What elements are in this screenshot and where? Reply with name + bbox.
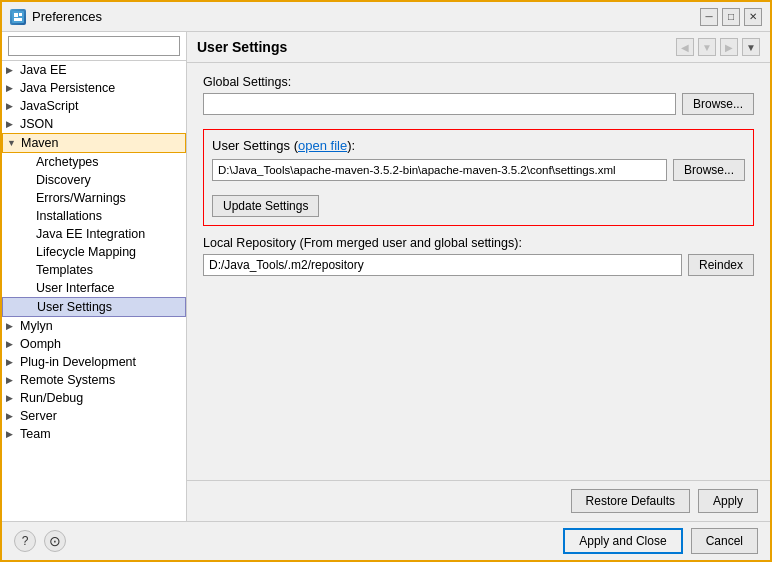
apply-and-close-button[interactable]: Apply and Close (563, 528, 682, 554)
bottom-buttons: Apply and Close Cancel (563, 528, 758, 554)
global-settings-input[interactable] (203, 93, 676, 115)
user-settings-input[interactable] (212, 159, 667, 181)
sidebar-item-team[interactable]: ▶ Team (2, 425, 186, 443)
global-settings-label: Global Settings: (203, 75, 754, 89)
user-settings-label-row: User Settings (open file): (212, 138, 745, 153)
sidebar-item-label: Run/Debug (20, 391, 83, 405)
nav-arrows: ◀ ▼ ▶ ▼ (676, 38, 760, 56)
apply-button[interactable]: Apply (698, 489, 758, 513)
dropdown-button[interactable]: ▼ (698, 38, 716, 56)
restore-defaults-button[interactable]: Restore Defaults (571, 489, 690, 513)
window-icon (10, 9, 26, 25)
sidebar-item-templates[interactable]: Templates (2, 261, 186, 279)
user-settings-label-end: ): (347, 138, 355, 153)
chevron-right-icon: ▶ (6, 101, 20, 111)
sidebar-item-label: Java EE (20, 63, 67, 77)
sidebar-item-maven[interactable]: ▼ Maven (2, 133, 186, 153)
forward-dropdown-button[interactable]: ▼ (742, 38, 760, 56)
sidebar-item-user-settings[interactable]: User Settings (2, 297, 186, 317)
sidebar-item-label: User Settings (37, 300, 112, 314)
sidebar-item-archetypes[interactable]: Archetypes (2, 153, 186, 171)
sidebar-item-errors-warnings[interactable]: Errors/Warnings (2, 189, 186, 207)
user-browse-button[interactable]: Browse... (673, 159, 745, 181)
sidebar-item-label: Plug-in Development (20, 355, 136, 369)
local-repo-input[interactable] (203, 254, 682, 276)
content-body: Global Settings: Browse... User Settings… (187, 63, 770, 480)
sidebar-item-label: Server (20, 409, 57, 423)
title-bar: Preferences ─ □ ✕ (2, 2, 770, 32)
back-button[interactable]: ◀ (676, 38, 694, 56)
sidebar-item-label: JSON (20, 117, 53, 131)
window-body: ▶ Java EE ▶ Java Persistence ▶ JavaScrip… (2, 32, 770, 521)
sidebar-item-user-interface[interactable]: User Interface (2, 279, 186, 297)
sidebar-item-label: Templates (36, 263, 93, 277)
help-icon[interactable]: ? (14, 530, 36, 552)
sidebar-item-json[interactable]: ▶ JSON (2, 115, 186, 133)
svg-rect-3 (14, 18, 22, 21)
reindex-button[interactable]: Reindex (688, 254, 754, 276)
chevron-right-icon: ▶ (6, 65, 20, 75)
sidebar-item-label: Mylyn (20, 319, 53, 333)
bottom-bar: ? ⊙ Apply and Close Cancel (2, 521, 770, 560)
sidebar: ▶ Java EE ▶ Java Persistence ▶ JavaScrip… (2, 32, 187, 521)
forward-button[interactable]: ▶ (720, 38, 738, 56)
sidebar-item-mylyn[interactable]: ▶ Mylyn (2, 317, 186, 335)
sidebar-item-java-ee-integration[interactable]: Java EE Integration (2, 225, 186, 243)
sidebar-item-oomph[interactable]: ▶ Oomph (2, 335, 186, 353)
update-settings-area: Update Settings (212, 187, 745, 217)
chevron-right-icon: ▶ (6, 357, 20, 367)
chevron-right-icon: ▶ (6, 339, 20, 349)
chevron-right-icon: ▶ (6, 411, 20, 421)
main-content: User Settings ◀ ▼ ▶ ▼ Global Settings: B… (187, 32, 770, 521)
window-title: Preferences (32, 9, 700, 24)
close-button[interactable]: ✕ (744, 8, 762, 26)
sidebar-item-server[interactable]: ▶ Server (2, 407, 186, 425)
global-settings-row: Browse... (203, 93, 754, 115)
sidebar-item-label: Remote Systems (20, 373, 115, 387)
open-file-link[interactable]: open file (298, 138, 347, 153)
settings-icon[interactable]: ⊙ (44, 530, 66, 552)
maximize-button[interactable]: □ (722, 8, 740, 26)
local-repo-label: Local Repository (From merged user and g… (203, 236, 754, 250)
sidebar-item-label: Archetypes (36, 155, 99, 169)
sidebar-item-lifecycle-mapping[interactable]: Lifecycle Mapping (2, 243, 186, 261)
sidebar-item-label: Lifecycle Mapping (36, 245, 136, 259)
sidebar-item-discovery[interactable]: Discovery (2, 171, 186, 189)
sidebar-item-label: Oomph (20, 337, 61, 351)
local-repo-row: Reindex (203, 254, 754, 276)
sidebar-search-area (2, 32, 186, 61)
chevron-right-icon: ▶ (6, 429, 20, 439)
sidebar-item-javascript[interactable]: ▶ JavaScript (2, 97, 186, 115)
window-controls: ─ □ ✕ (700, 8, 762, 26)
chevron-down-icon: ▼ (7, 138, 21, 148)
global-settings-section: Global Settings: Browse... (203, 75, 754, 115)
cancel-button[interactable]: Cancel (691, 528, 758, 554)
sidebar-item-label: Java EE Integration (36, 227, 145, 241)
global-browse-button[interactable]: Browse... (682, 93, 754, 115)
local-repo-section: Local Repository (From merged user and g… (203, 236, 754, 276)
sidebar-item-label: Errors/Warnings (36, 191, 126, 205)
sidebar-item-installations[interactable]: Installations (2, 207, 186, 225)
svg-rect-2 (19, 13, 22, 16)
chevron-right-icon: ▶ (6, 83, 20, 93)
sidebar-item-java-ee[interactable]: ▶ Java EE (2, 61, 186, 79)
search-input[interactable] (8, 36, 180, 56)
content-header: User Settings ◀ ▼ ▶ ▼ (187, 32, 770, 63)
update-settings-button[interactable]: Update Settings (212, 195, 319, 217)
chevron-right-icon: ▶ (6, 393, 20, 403)
sidebar-item-plugin-development[interactable]: ▶ Plug-in Development (2, 353, 186, 371)
sidebar-item-label: Installations (36, 209, 102, 223)
preferences-window: Preferences ─ □ ✕ ▶ Java EE ▶ Java Persi… (0, 0, 772, 562)
sidebar-item-java-persistence[interactable]: ▶ Java Persistence (2, 79, 186, 97)
sidebar-tree: ▶ Java EE ▶ Java Persistence ▶ JavaScrip… (2, 61, 186, 521)
sidebar-item-remote-systems[interactable]: ▶ Remote Systems (2, 371, 186, 389)
sidebar-item-label: Java Persistence (20, 81, 115, 95)
user-settings-label-text: User Settings ( (212, 138, 298, 153)
user-settings-box: User Settings (open file): Browse... Upd… (203, 129, 754, 226)
sidebar-item-label: JavaScript (20, 99, 78, 113)
minimize-button[interactable]: ─ (700, 8, 718, 26)
chevron-right-icon: ▶ (6, 321, 20, 331)
chevron-right-icon: ▶ (6, 119, 20, 129)
page-title: User Settings (197, 39, 676, 55)
sidebar-item-run-debug[interactable]: ▶ Run/Debug (2, 389, 186, 407)
